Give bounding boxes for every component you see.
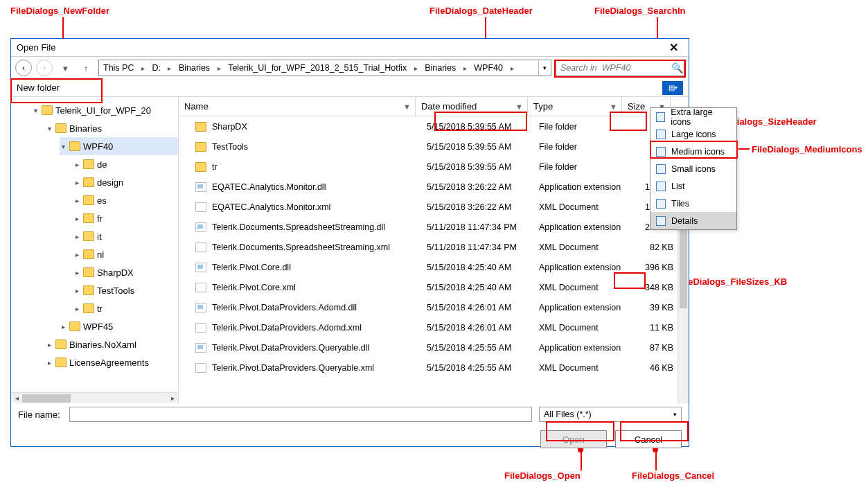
filter-icon[interactable]: ▼	[610, 103, 617, 111]
tree-node[interactable]: ▾Telerik_UI_for_WPF_20	[32, 101, 179, 119]
tree-node[interactable]: ▸TestTools	[73, 281, 179, 299]
expand-icon[interactable]: ▾	[46, 125, 53, 132]
tree-node[interactable]: ▾Binaries	[46, 119, 179, 137]
view-menu-item[interactable]: Details	[650, 212, 736, 229]
file-row[interactable]: TestTools5/15/2018 5:39:55 AMFile folder	[179, 136, 689, 157]
column-header-date[interactable]: Date modified▼	[416, 97, 528, 116]
tree-node[interactable]: ▸LicenseAgreements	[46, 353, 179, 371]
filename-input[interactable]	[69, 407, 532, 422]
close-button[interactable]: ✕	[664, 41, 683, 54]
file-filter-dropdown[interactable]: All Files (*.*) ▾	[539, 407, 682, 422]
history-dropdown[interactable]: ▾	[57, 63, 73, 73]
scroll-right-icon[interactable]: ▸	[167, 393, 178, 403]
file-row[interactable]: tr5/15/2018 5:39:55 AMFile folder	[179, 157, 689, 177]
view-mode-menu[interactable]: Extra large iconsLarge iconsMedium icons…	[650, 107, 737, 230]
file-row[interactable]: EQATEC.Analytics.Monitor.xml5/15/2018 3:…	[179, 197, 689, 217]
chevron-right-icon[interactable]: ▸	[165, 60, 175, 76]
file-row[interactable]: EQATEC.Analytics.Monitor.dll5/15/2018 3:…	[179, 177, 689, 197]
chevron-right-icon[interactable]: ▸	[138, 60, 148, 76]
search-input[interactable]	[559, 62, 671, 73]
tree-node-label: es	[97, 195, 107, 206]
tree-node[interactable]: ▸tr	[73, 299, 179, 317]
tree-node[interactable]: ▸nl	[73, 245, 179, 263]
cell-size: 11 KB	[633, 323, 673, 333]
filter-icon[interactable]: ▼	[515, 103, 523, 111]
tree-node[interactable]: ▸it	[73, 227, 179, 245]
expand-icon[interactable]: ▾	[32, 107, 39, 114]
chevron-right-icon[interactable]: ▸	[411, 60, 420, 76]
crumb[interactable]: WPF40	[470, 60, 507, 76]
crumb[interactable]: D:	[148, 60, 165, 76]
search-box[interactable]: 🔍	[556, 60, 684, 76]
expand-icon[interactable]: ▸	[73, 287, 80, 294]
crumb[interactable]: Binaries	[420, 60, 460, 76]
view-menu-item[interactable]: Extra large icons	[650, 108, 736, 125]
file-row[interactable]: Telerik.Pivot.DataProviders.Queryable.dl…	[179, 337, 689, 358]
crumb[interactable]: Binaries	[175, 60, 214, 76]
expand-icon[interactable]: ▸	[73, 197, 80, 204]
file-row[interactable]: Telerik.Documents.SpreadsheetStreaming.x…	[179, 237, 689, 257]
expand-icon[interactable]: ▸	[73, 233, 80, 240]
search-icon[interactable]: 🔍	[671, 62, 683, 73]
tree-node[interactable]: ▸WPF45	[60, 317, 179, 335]
expand-icon[interactable]: ▸	[73, 251, 80, 258]
breadcrumb[interactable]: This PC▸ D:▸ Binaries▸ Telerik_UI_for_WP…	[98, 60, 551, 76]
crumb[interactable]: This PC	[99, 60, 138, 76]
column-header-name[interactable]: Name▼	[179, 97, 416, 116]
dialog-title: Open File	[17, 42, 664, 53]
expand-icon[interactable]: ▸	[73, 179, 80, 186]
cell-size: 396 KB	[633, 263, 673, 272]
column-header-type[interactable]: Type▼	[528, 97, 622, 116]
tree-node[interactable]: ▸SharpDX	[73, 263, 179, 281]
breadcrumb-dropdown[interactable]: ▾	[538, 60, 551, 76]
expand-icon[interactable]: ▸	[73, 215, 80, 222]
expand-icon[interactable]: ▸	[60, 323, 67, 330]
tree-node[interactable]: ▸es	[73, 191, 179, 209]
file-row[interactable]: Telerik.Pivot.DataProviders.Queryable.xm…	[179, 358, 689, 378]
filter-icon[interactable]: ▼	[403, 103, 411, 111]
tree-node-label: design	[97, 177, 123, 188]
tree-node-label: TestTools	[97, 285, 134, 296]
tree-node[interactable]: ▸fr	[73, 209, 179, 227]
folder-icon	[55, 358, 67, 367]
cell-type: Application extension	[539, 303, 633, 312]
cell-date: 5/11/2018 11:47:34 PM	[427, 222, 539, 232]
expand-icon[interactable]: ▸	[73, 305, 80, 312]
expand-icon[interactable]: ▸	[73, 269, 80, 276]
file-row[interactable]: Telerik.Documents.SpreadsheetStreaming.d…	[179, 217, 689, 237]
new-folder-button[interactable]: New folder	[17, 82, 60, 93]
forward-button[interactable]: ›	[36, 60, 53, 76]
expand-icon[interactable]: ▸	[46, 341, 53, 349]
chevron-right-icon[interactable]: ▸	[460, 60, 470, 76]
view-dropdown-button[interactable]: ▤ ▾	[662, 81, 683, 95]
open-button[interactable]: Open	[540, 430, 607, 448]
tree-node[interactable]: ▸Binaries.NoXaml	[46, 335, 179, 353]
folder-tree[interactable]: ▾Telerik_UI_for_WPF_20▾Binaries▾WPF40▸de…	[11, 97, 179, 403]
view-menu-item[interactable]: Large icons	[650, 125, 736, 143]
expand-icon[interactable]: ▾	[60, 143, 67, 150]
cell-size: 87 KB	[633, 343, 673, 353]
view-menu-item[interactable]: List	[650, 177, 736, 195]
back-button[interactable]: ‹	[15, 60, 32, 76]
expand-icon[interactable]: ▸	[46, 359, 53, 367]
view-menu-label: List	[671, 182, 684, 191]
view-menu-item[interactable]: Tiles	[650, 195, 736, 212]
chevron-right-icon[interactable]: ▸	[507, 60, 517, 76]
file-row[interactable]: SharpDX5/15/2018 5:39:55 AMFile folder	[179, 116, 689, 136]
file-row[interactable]: Telerik.Pivot.Core.dll5/15/2018 4:25:40 …	[179, 257, 689, 277]
tree-node[interactable]: ▸design	[73, 173, 179, 191]
scroll-left-icon[interactable]: ◂	[11, 393, 22, 403]
chevron-right-icon[interactable]: ▸	[214, 60, 224, 76]
file-row[interactable]: Telerik.Pivot.DataProviders.Adomd.xml5/1…	[179, 317, 689, 337]
file-row[interactable]: Telerik.Pivot.DataProviders.Adomd.dll5/1…	[179, 297, 689, 317]
tree-node[interactable]: ▸de	[73, 155, 179, 173]
expand-icon[interactable]: ▸	[73, 161, 80, 168]
file-row[interactable]: Telerik.Pivot.Core.xml5/15/2018 4:25:40 …	[179, 277, 689, 297]
crumb[interactable]: Telerik_UI_for_WPF_2018_2_515_Trial_Hotf…	[224, 60, 411, 76]
cancel-button[interactable]: Cancel	[615, 430, 682, 448]
up-button[interactable]: ↑	[78, 63, 94, 73]
view-menu-item[interactable]: Small icons	[650, 160, 736, 177]
tree-node[interactable]: ▾WPF40	[60, 137, 179, 155]
view-menu-item[interactable]: Medium icons	[650, 143, 736, 160]
tree-horizontal-scrollbar[interactable]: ◂ ▸	[11, 392, 178, 403]
